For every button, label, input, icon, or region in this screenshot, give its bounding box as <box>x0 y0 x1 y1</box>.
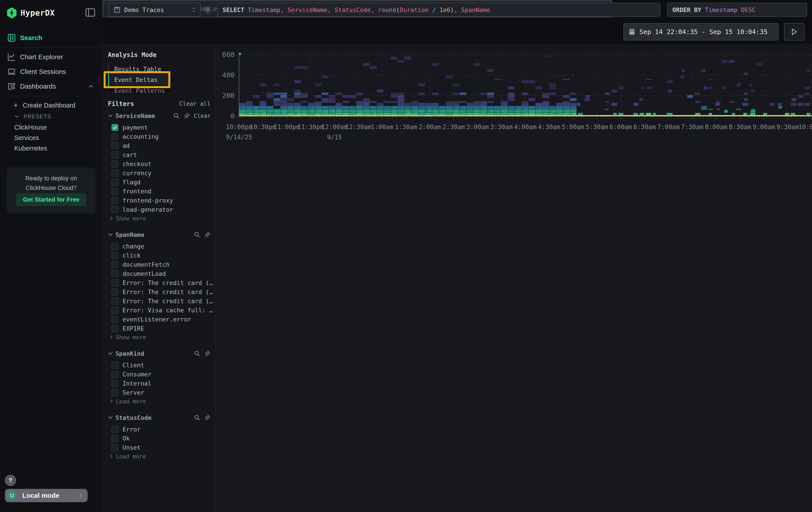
duration-heatmap-chart[interactable]: 020040060010:00pm10:30pm11:00pm11:30pm12… <box>216 45 812 214</box>
sidebar-item-search[interactable]: Search <box>0 32 102 43</box>
filter-checkbox-row[interactable]: frontend-proxy <box>108 196 210 205</box>
filter-checkbox-row[interactable]: Client <box>108 360 210 370</box>
filter-checkbox-row[interactable]: Error: Visa cache full: … <box>108 306 210 315</box>
checkbox[interactable] <box>111 389 118 396</box>
filter-checkbox-row[interactable]: Error: The credit card (… <box>108 297 210 306</box>
filter-checkbox-row[interactable]: change <box>108 242 210 251</box>
filter-checkbox-row[interactable]: Error <box>108 425 210 434</box>
pin-icon[interactable] <box>204 350 210 357</box>
checkbox[interactable] <box>111 298 118 304</box>
filter-checkbox-row[interactable]: click <box>108 251 210 260</box>
help-button[interactable]: ? <box>5 475 16 486</box>
sql-select-editor[interactable]: SELECT Timestamp, ServiceName, StatusCod… <box>217 3 660 17</box>
pin-icon[interactable] <box>184 112 190 119</box>
mode-results-table[interactable]: Results Table <box>109 64 171 74</box>
filter-checkbox-row[interactable]: Server <box>108 388 210 397</box>
checkbox[interactable] <box>111 133 118 140</box>
checkbox[interactable] <box>111 307 118 314</box>
filter-checkbox-row[interactable]: flagd <box>108 178 210 187</box>
create-dashboard-button[interactable]: Create Dashboard <box>13 101 76 110</box>
filter-checkbox-row[interactable]: Error: The credit card (… <box>108 287 210 297</box>
checkbox[interactable] <box>111 362 118 369</box>
chevron-down-icon[interactable] <box>108 233 113 236</box>
filter-group-name[interactable]: ServiceName <box>115 112 155 119</box>
filter-group-name[interactable]: SpanName <box>115 231 144 238</box>
checkbox[interactable] <box>111 252 118 259</box>
checkbox[interactable] <box>111 261 118 268</box>
filter-checkbox-row[interactable]: Internal <box>108 379 210 388</box>
preset-item-clickhouse[interactable]: ClickHouse <box>14 123 47 132</box>
checkbox[interactable] <box>111 316 118 323</box>
mode-event-patterns[interactable]: Event Patterns <box>109 85 171 96</box>
sidebar-item-dashboards[interactable]: Dashboards <box>0 81 102 92</box>
filter-checkbox-row[interactable]: documentFetch <box>108 260 210 269</box>
get-started-button[interactable]: Get Started for Free <box>16 193 86 206</box>
time-range-picker[interactable]: Sep 14 22:04:35 - Sep 15 10:04:35 <box>624 23 779 41</box>
sidebar-item-client-sessions[interactable]: Client Sessions <box>0 66 102 77</box>
checkbox[interactable] <box>111 152 118 158</box>
run-query-button[interactable] <box>784 23 805 41</box>
checkbox[interactable] <box>111 197 118 204</box>
checkbox[interactable] <box>111 371 118 378</box>
sidebar-item-chart-explorer[interactable]: Chart Explorer <box>0 52 102 62</box>
checkbox[interactable] <box>111 188 118 195</box>
filter-checkbox-row[interactable]: frontend <box>108 187 210 196</box>
checkbox[interactable] <box>111 243 118 250</box>
chevron-down-icon[interactable] <box>108 352 113 355</box>
chevron-down-icon[interactable] <box>108 416 113 420</box>
filter-checkbox-row[interactable]: checkout <box>108 159 210 168</box>
show-more-toggle[interactable]: Load more <box>108 452 210 461</box>
filter-group-name[interactable]: SpanKind <box>115 350 144 357</box>
filter-checkbox-row[interactable]: accounting <box>108 132 210 141</box>
preset-item-services[interactable]: Services <box>14 133 39 142</box>
presets-toggle[interactable]: PRESETS <box>14 112 51 120</box>
filter-checkbox-row[interactable]: eventListener.error <box>108 315 210 324</box>
chevron-down-icon[interactable] <box>108 114 113 117</box>
order-by-editor[interactable]: ORDER BY Timestamp DESC <box>667 3 807 17</box>
gear-icon[interactable] <box>203 5 212 15</box>
show-more-toggle[interactable]: Load more <box>108 397 210 406</box>
preset-item-kubernetes[interactable]: Kubernetes <box>14 144 47 153</box>
source-select[interactable]: Demo Traces <box>109 3 201 17</box>
checkbox[interactable] <box>111 325 118 332</box>
filter-group-name[interactable]: StatusCode <box>115 414 152 421</box>
filter-checkbox-row[interactable]: ad <box>108 141 210 150</box>
checkbox[interactable] <box>111 179 118 186</box>
filter-checkbox-row[interactable]: Consumer <box>108 370 210 379</box>
show-more-toggle[interactable]: Show more <box>108 333 210 342</box>
checkbox[interactable] <box>111 289 118 295</box>
checkbox[interactable] <box>111 142 118 149</box>
search-icon[interactable] <box>194 414 200 421</box>
search-icon[interactable] <box>194 231 200 238</box>
checkbox[interactable] <box>111 444 118 451</box>
checkbox[interactable] <box>111 270 118 277</box>
checkbox[interactable] <box>111 206 118 213</box>
checkbox[interactable] <box>111 380 118 387</box>
checkbox[interactable] <box>111 161 118 167</box>
filter-checkbox-row[interactable]: load-generator <box>108 205 210 214</box>
filter-checkbox-row[interactable]: payment <box>108 123 210 132</box>
filter-checkbox-row[interactable]: cart <box>108 150 210 159</box>
checkbox[interactable] <box>111 170 118 177</box>
search-icon[interactable] <box>194 350 200 357</box>
logo[interactable]: HyperDX <box>7 7 97 19</box>
pin-icon[interactable] <box>204 231 210 238</box>
account-menu[interactable]: U Local mode <box>5 489 88 502</box>
show-more-toggle[interactable]: Show more <box>108 214 210 223</box>
checkbox[interactable] <box>111 426 118 433</box>
filter-checkbox-row[interactable]: currency <box>108 168 210 178</box>
clear-group-link[interactable]: Clear <box>194 113 210 119</box>
checkbox[interactable] <box>111 279 118 286</box>
clear-all-link[interactable]: Clear all <box>179 100 210 107</box>
checkbox[interactable] <box>111 435 118 442</box>
filter-checkbox-row[interactable]: Unset <box>108 443 210 452</box>
sidebar-collapse-icon[interactable] <box>85 8 95 17</box>
pin-icon[interactable] <box>204 414 210 421</box>
filter-checkbox-row[interactable]: documentLoad <box>108 269 210 278</box>
filter-checkbox-row[interactable]: EXPIRE <box>108 324 210 333</box>
filter-checkbox-row[interactable]: Error: The credit card (… <box>108 278 210 287</box>
mode-event-deltas[interactable]: Event Deltas <box>109 74 171 85</box>
checkbox[interactable] <box>111 124 118 131</box>
search-icon[interactable] <box>173 112 180 119</box>
filter-checkbox-row[interactable]: Ok <box>108 434 210 443</box>
